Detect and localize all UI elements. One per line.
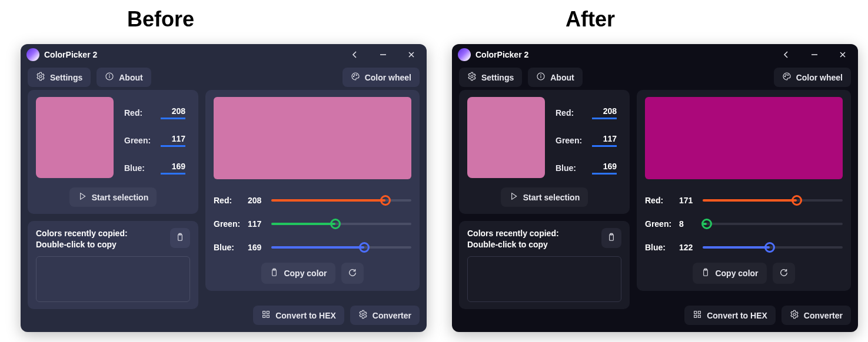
palette-icon <box>351 72 360 83</box>
svg-point-8 <box>354 75 355 75</box>
green-slider-value: 8 <box>679 219 703 229</box>
hex-icon <box>693 310 702 321</box>
converter-button[interactable]: Converter <box>350 306 420 325</box>
blue-input[interactable]: 169 <box>161 162 185 175</box>
minimize-button[interactable] <box>371 46 395 63</box>
color-preview <box>645 97 843 179</box>
recent-line2: Double-click to copy <box>467 239 596 250</box>
svg-rect-36 <box>699 311 701 314</box>
about-label: About <box>550 73 574 82</box>
settings-label: Settings <box>50 73 82 82</box>
refresh-button[interactable] <box>773 263 795 284</box>
back-button[interactable] <box>774 46 798 63</box>
svg-rect-16 <box>267 311 270 314</box>
blue-slider-value: 169 <box>248 243 271 252</box>
start-selection-button[interactable]: Start selection <box>501 187 588 207</box>
svg-rect-18 <box>267 315 270 317</box>
blue-label: Blue: <box>556 163 592 173</box>
convert-hex-button[interactable]: Convert to HEX <box>684 306 776 325</box>
about-button[interactable]: About <box>528 68 582 87</box>
red-slider-value: 208 <box>248 196 271 205</box>
red-slider[interactable] <box>703 195 843 206</box>
green-input[interactable]: 117 <box>161 134 185 147</box>
main-area: Red: 208 Green: 117 Blue: 169 Start sele… <box>452 90 858 332</box>
paste-button[interactable] <box>601 228 621 248</box>
converter-label: Converter <box>804 311 843 320</box>
red-input[interactable]: 208 <box>592 106 617 119</box>
svg-rect-35 <box>694 311 697 314</box>
color-preview <box>214 97 411 179</box>
preview-panel: Red: 171 Green: 8 Blue: 122 <box>637 90 851 291</box>
red-input[interactable]: 208 <box>161 106 185 119</box>
settings-button[interactable]: Settings <box>28 68 91 87</box>
blue-input[interactable]: 169 <box>592 162 617 175</box>
blue-label: Blue: <box>124 163 161 173</box>
blue-slider-value: 122 <box>679 243 703 252</box>
svg-point-28 <box>786 75 786 75</box>
minimize-button[interactable] <box>803 46 826 63</box>
blue-slider[interactable] <box>703 242 843 253</box>
preview-panel: Red: 208 Green: 117 Blue: 169 <box>205 90 420 291</box>
svg-point-19 <box>362 313 364 316</box>
main-area: Red: 208 Green: 117 Blue: 169 Start sele… <box>21 90 427 332</box>
converter-label: Converter <box>373 311 411 320</box>
settings-button[interactable]: Settings <box>459 68 522 87</box>
convert-hex-label: Convert to HEX <box>275 311 336 320</box>
svg-point-9 <box>356 75 357 75</box>
color-wheel-label: Color wheel <box>796 73 843 82</box>
close-button[interactable] <box>831 46 854 63</box>
heading-after: After <box>566 7 615 32</box>
play-icon <box>78 192 87 203</box>
about-button[interactable]: About <box>97 68 151 87</box>
app-title: ColorPicker 2 <box>475 50 528 59</box>
info-icon <box>536 72 546 83</box>
color-wheel-button[interactable]: Color wheel <box>774 68 851 87</box>
copy-color-button[interactable]: Copy color <box>693 263 766 284</box>
converter-button[interactable]: Converter <box>781 306 851 325</box>
red-slider[interactable] <box>271 195 411 206</box>
close-button[interactable] <box>400 46 423 63</box>
color-wheel-button[interactable]: Color wheel <box>342 68 420 87</box>
toolbar: Settings About Color wheel <box>21 65 427 90</box>
palette-icon <box>782 72 791 83</box>
green-slider[interactable] <box>703 218 843 230</box>
svg-rect-37 <box>694 315 697 317</box>
titlebar: ColorPicker 2 <box>21 44 427 65</box>
svg-rect-38 <box>699 315 701 317</box>
green-slider-label: Green: <box>645 219 679 229</box>
start-selection-label: Start selection <box>523 193 580 202</box>
app-title: ColorPicker 2 <box>44 50 97 59</box>
svg-point-26 <box>541 75 541 75</box>
paste-button[interactable] <box>170 228 190 248</box>
refresh-button[interactable] <box>341 263 364 284</box>
recent-colors-panel: Colors recently copied: Double-click to … <box>459 221 630 309</box>
red-label: Red: <box>556 108 592 118</box>
svg-point-23 <box>471 75 473 78</box>
recent-line2: Double-click to copy <box>36 239 164 250</box>
green-slider-value: 117 <box>248 219 271 229</box>
refresh-icon <box>779 268 789 279</box>
red-label: Red: <box>124 108 161 118</box>
clipboard-icon <box>175 233 185 244</box>
svg-marker-10 <box>80 193 85 200</box>
titlebar: ColorPicker 2 <box>452 44 858 65</box>
svg-point-29 <box>787 75 788 75</box>
green-slider[interactable] <box>271 218 411 230</box>
copy-color-button[interactable]: Copy color <box>261 263 335 284</box>
green-input[interactable]: 117 <box>592 134 617 147</box>
blue-slider[interactable] <box>271 242 411 253</box>
start-selection-button[interactable]: Start selection <box>69 187 157 207</box>
blue-slider-label: Blue: <box>645 243 679 252</box>
svg-marker-30 <box>511 193 516 200</box>
recent-line1: Colors recently copied: <box>467 228 596 239</box>
gear-icon <box>36 72 45 83</box>
convert-hex-button[interactable]: Convert to HEX <box>253 306 344 325</box>
red-slider-value: 171 <box>679 196 703 205</box>
green-label: Green: <box>556 136 592 145</box>
toolbar: Settings About Color wheel <box>452 65 858 90</box>
svg-point-3 <box>39 75 42 78</box>
back-button[interactable] <box>343 46 367 63</box>
selected-color-panel: Red: 208 Green: 117 Blue: 169 Start sele… <box>459 90 630 214</box>
recent-colors-list[interactable] <box>467 256 621 302</box>
recent-colors-list[interactable] <box>36 256 190 302</box>
